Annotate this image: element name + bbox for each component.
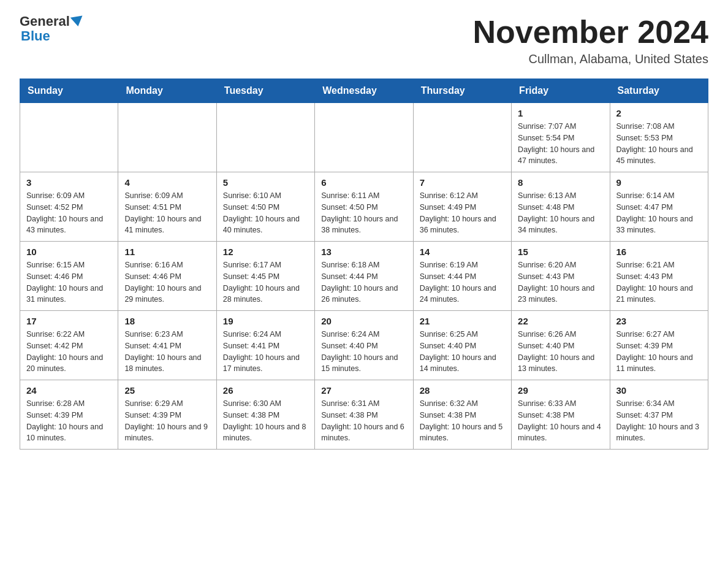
calendar-cell: 3Sunrise: 6:09 AMSunset: 4:52 PMDaylight… <box>20 172 118 242</box>
day-number: 3 <box>26 177 112 188</box>
title-area: November 2024 Cullman, Alabama, United S… <box>473 15 708 66</box>
day-info: Sunrise: 6:18 AMSunset: 4:44 PMDaylight:… <box>321 259 406 305</box>
calendar-cell: 29Sunrise: 6:33 AMSunset: 4:38 PMDayligh… <box>512 380 610 450</box>
calendar-cell: 11Sunrise: 6:16 AMSunset: 4:46 PMDayligh… <box>118 242 216 311</box>
day-number: 5 <box>223 177 308 188</box>
day-info: Sunrise: 6:24 AMSunset: 4:40 PMDaylight:… <box>321 329 406 375</box>
day-number: 30 <box>616 385 702 396</box>
calendar-cell: 21Sunrise: 6:25 AMSunset: 4:40 PMDayligh… <box>413 311 511 380</box>
calendar-cell: 5Sunrise: 6:10 AMSunset: 4:50 PMDaylight… <box>216 172 314 242</box>
day-number: 26 <box>223 385 308 396</box>
day-info: Sunrise: 6:25 AMSunset: 4:40 PMDaylight:… <box>420 329 505 375</box>
day-info: Sunrise: 6:12 AMSunset: 4:49 PMDaylight:… <box>420 190 505 236</box>
calendar-cell: 8Sunrise: 6:13 AMSunset: 4:48 PMDaylight… <box>512 172 610 242</box>
day-info: Sunrise: 6:22 AMSunset: 4:42 PMDaylight:… <box>26 329 112 375</box>
day-number: 1 <box>518 108 603 118</box>
calendar-cell: 19Sunrise: 6:24 AMSunset: 4:41 PMDayligh… <box>216 311 314 380</box>
day-number: 25 <box>124 385 210 396</box>
calendar-cell: 10Sunrise: 6:15 AMSunset: 4:46 PMDayligh… <box>20 242 118 311</box>
day-number: 15 <box>518 247 603 257</box>
day-number: 11 <box>124 247 210 257</box>
day-number: 13 <box>321 247 406 257</box>
day-number: 12 <box>223 247 308 257</box>
day-info: Sunrise: 6:24 AMSunset: 4:41 PMDaylight:… <box>223 329 308 375</box>
day-info: Sunrise: 6:16 AMSunset: 4:46 PMDaylight:… <box>124 259 210 305</box>
weekday-header-saturday: Saturday <box>610 79 708 103</box>
calendar-cell: 22Sunrise: 6:26 AMSunset: 4:40 PMDayligh… <box>512 311 610 380</box>
calendar-cell: 23Sunrise: 6:27 AMSunset: 4:39 PMDayligh… <box>610 311 708 380</box>
day-info: Sunrise: 6:11 AMSunset: 4:50 PMDaylight:… <box>321 190 406 236</box>
calendar-cell: 14Sunrise: 6:19 AMSunset: 4:44 PMDayligh… <box>413 242 511 311</box>
logo-text: General <box>20 15 85 28</box>
calendar-cell: 27Sunrise: 6:31 AMSunset: 4:38 PMDayligh… <box>315 380 413 450</box>
day-number: 7 <box>420 177 505 188</box>
calendar-cell: 6Sunrise: 6:11 AMSunset: 4:50 PMDaylight… <box>315 172 413 242</box>
logo-general-text: General <box>20 15 70 28</box>
day-number: 28 <box>420 385 505 396</box>
day-info: Sunrise: 6:20 AMSunset: 4:43 PMDaylight:… <box>518 259 603 305</box>
day-info: Sunrise: 6:28 AMSunset: 4:39 PMDaylight:… <box>26 398 112 444</box>
day-info: Sunrise: 6:17 AMSunset: 4:45 PMDaylight:… <box>223 259 308 305</box>
day-number: 27 <box>321 385 406 396</box>
calendar-week-row: 1Sunrise: 7:07 AMSunset: 5:54 PMDaylight… <box>20 103 708 172</box>
calendar-cell: 13Sunrise: 6:18 AMSunset: 4:44 PMDayligh… <box>315 242 413 311</box>
day-number: 16 <box>616 247 702 257</box>
weekday-header-row: SundayMondayTuesdayWednesdayThursdayFrid… <box>20 79 708 103</box>
calendar-cell: 30Sunrise: 6:34 AMSunset: 4:37 PMDayligh… <box>610 380 708 450</box>
calendar-cell: 2Sunrise: 7:08 AMSunset: 5:53 PMDaylight… <box>610 103 708 172</box>
weekday-header-wednesday: Wednesday <box>315 79 413 103</box>
day-number: 18 <box>124 316 210 326</box>
day-info: Sunrise: 6:33 AMSunset: 4:38 PMDaylight:… <box>518 398 603 444</box>
logo-triangle-icon <box>70 15 84 27</box>
calendar-week-row: 17Sunrise: 6:22 AMSunset: 4:42 PMDayligh… <box>20 311 708 380</box>
calendar-cell: 24Sunrise: 6:28 AMSunset: 4:39 PMDayligh… <box>20 380 118 450</box>
calendar-cell: 7Sunrise: 6:12 AMSunset: 4:49 PMDaylight… <box>413 172 511 242</box>
day-info: Sunrise: 6:09 AMSunset: 4:51 PMDaylight:… <box>124 190 210 236</box>
page-header: General Blue November 2024 Cullman, Alab… <box>20 15 708 66</box>
calendar-cell: 17Sunrise: 6:22 AMSunset: 4:42 PMDayligh… <box>20 311 118 380</box>
day-info: Sunrise: 7:08 AMSunset: 5:53 PMDaylight:… <box>616 121 702 167</box>
day-info: Sunrise: 6:09 AMSunset: 4:52 PMDaylight:… <box>26 190 112 236</box>
location-subtitle: Cullman, Alabama, United States <box>473 52 708 66</box>
weekday-header-sunday: Sunday <box>20 79 118 103</box>
weekday-header-tuesday: Tuesday <box>216 79 314 103</box>
day-info: Sunrise: 6:31 AMSunset: 4:38 PMDaylight:… <box>321 398 406 444</box>
day-number: 4 <box>124 177 210 188</box>
day-number: 8 <box>518 177 603 188</box>
logo: General Blue <box>20 15 85 44</box>
calendar-cell: 18Sunrise: 6:23 AMSunset: 4:41 PMDayligh… <box>118 311 216 380</box>
calendar-cell: 16Sunrise: 6:21 AMSunset: 4:43 PMDayligh… <box>610 242 708 311</box>
day-number: 19 <box>223 316 308 326</box>
day-info: Sunrise: 6:23 AMSunset: 4:41 PMDaylight:… <box>124 329 210 375</box>
calendar-cell: 1Sunrise: 7:07 AMSunset: 5:54 PMDaylight… <box>512 103 610 172</box>
calendar-table: SundayMondayTuesdayWednesdayThursdayFrid… <box>20 79 708 450</box>
logo-blue-text: Blue <box>21 28 50 44</box>
day-info: Sunrise: 6:26 AMSunset: 4:40 PMDaylight:… <box>518 329 603 375</box>
day-info: Sunrise: 6:13 AMSunset: 4:48 PMDaylight:… <box>518 190 603 236</box>
calendar-cell: 4Sunrise: 6:09 AMSunset: 4:51 PMDaylight… <box>118 172 216 242</box>
day-number: 20 <box>321 316 406 326</box>
calendar-cell: 25Sunrise: 6:29 AMSunset: 4:39 PMDayligh… <box>118 380 216 450</box>
day-number: 10 <box>26 247 112 257</box>
day-info: Sunrise: 6:14 AMSunset: 4:47 PMDaylight:… <box>616 190 702 236</box>
day-number: 6 <box>321 177 406 188</box>
day-info: Sunrise: 6:27 AMSunset: 4:39 PMDaylight:… <box>616 329 702 375</box>
day-info: Sunrise: 6:21 AMSunset: 4:43 PMDaylight:… <box>616 259 702 305</box>
calendar-cell: 20Sunrise: 6:24 AMSunset: 4:40 PMDayligh… <box>315 311 413 380</box>
day-number: 17 <box>26 316 112 326</box>
day-info: Sunrise: 6:19 AMSunset: 4:44 PMDaylight:… <box>420 259 505 305</box>
day-info: Sunrise: 6:10 AMSunset: 4:50 PMDaylight:… <box>223 190 308 236</box>
calendar-cell: 26Sunrise: 6:30 AMSunset: 4:38 PMDayligh… <box>216 380 314 450</box>
month-title: November 2024 <box>473 15 708 50</box>
calendar-cell <box>413 103 511 172</box>
weekday-header-thursday: Thursday <box>413 79 511 103</box>
calendar-week-row: 3Sunrise: 6:09 AMSunset: 4:52 PMDaylight… <box>20 172 708 242</box>
calendar-cell: 28Sunrise: 6:32 AMSunset: 4:38 PMDayligh… <box>413 380 511 450</box>
day-number: 23 <box>616 316 702 326</box>
calendar-cell <box>315 103 413 172</box>
day-number: 14 <box>420 247 505 257</box>
calendar-cell: 15Sunrise: 6:20 AMSunset: 4:43 PMDayligh… <box>512 242 610 311</box>
calendar-cell <box>118 103 216 172</box>
day-number: 9 <box>616 177 702 188</box>
calendar-cell: 12Sunrise: 6:17 AMSunset: 4:45 PMDayligh… <box>216 242 314 311</box>
